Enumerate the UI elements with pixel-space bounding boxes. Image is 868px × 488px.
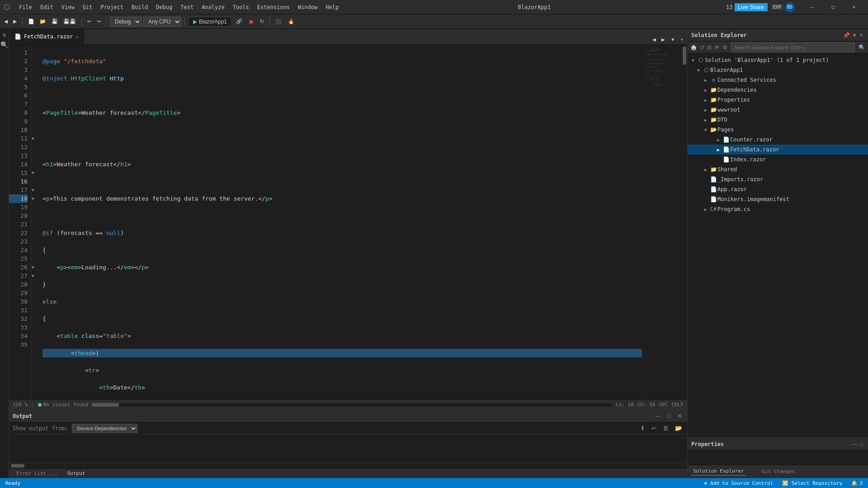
attach-button[interactable]: 🔗 [234, 17, 245, 27]
tab-close-button[interactable]: ✕ [75, 34, 78, 39]
tree-item-dto[interactable]: ▶ 📁 DTO [688, 115, 868, 125]
menu-debug[interactable]: Debug [152, 2, 176, 12]
zoom-level[interactable]: 110 % [13, 402, 28, 408]
forward-button[interactable]: ▶ [11, 17, 19, 27]
menu-analyze[interactable]: Analyze [198, 2, 228, 12]
encoding-indicator[interactable]: SPC [659, 402, 668, 408]
menu-edit[interactable]: Edit [37, 2, 57, 12]
stop-button[interactable]: ⏹ [246, 17, 256, 27]
open-file-button[interactable]: 📂 [38, 17, 48, 27]
se-filter-button[interactable]: ⚙ [722, 44, 728, 51]
se-pin-button[interactable]: 📌 [842, 32, 851, 38]
restart-button[interactable]: ↻ [258, 17, 266, 27]
menu-project[interactable]: Project [97, 2, 127, 12]
save-button[interactable]: 💾 [49, 17, 60, 27]
props-minimize-button[interactable]: — [851, 441, 859, 447]
tree-item-dependencies[interactable]: ▶ 📁 Dependencies [688, 85, 868, 95]
tree-item-pages[interactable]: ▼ 📂 Pages [688, 125, 868, 135]
tree-item-manifest[interactable]: ▶ 📄 Monikers.imagemanifest [688, 194, 868, 204]
tree-item-program[interactable]: ▶ C# Program.cs [688, 204, 868, 214]
project-icon: ⬡ [702, 67, 710, 73]
eol-indicator[interactable]: CRLF [672, 402, 684, 408]
se-close-button[interactable]: ✕ [858, 32, 864, 38]
output-scroll-lock[interactable]: ⬇ [639, 425, 646, 432]
menu-view[interactable]: View [58, 2, 78, 12]
menu-window[interactable]: Window [294, 2, 321, 12]
output-hscroll[interactable] [9, 463, 687, 468]
output-minimize-button[interactable]: — [654, 413, 662, 419]
project-arrow: ▼ [695, 68, 702, 73]
notification-button[interactable]: 🔔3 [849, 480, 864, 486]
maximize-button[interactable]: □ [823, 0, 844, 14]
activity-search[interactable]: 🔍 [0, 41, 9, 49]
output-panel: Output — □ ✕ Show output from: Service D… [9, 409, 687, 468]
output-source-dropdown[interactable]: Service Dependencies [72, 424, 137, 433]
save-all-button[interactable]: 💾💾 [61, 17, 78, 27]
tree-item-wwwroot[interactable]: ▶ 📁 wwwroot [688, 105, 868, 115]
menu-extensions[interactable]: Extensions [254, 2, 293, 12]
menu-tools[interactable]: Tools [229, 2, 253, 12]
properties-folder-icon: 📁 [709, 97, 717, 103]
tree-item-solution[interactable]: ▼ ⬡ Solution 'BlazorApp1' (1 of 1 projec… [688, 55, 868, 65]
fetchdata-arrow: ▶ [715, 147, 722, 152]
se-tree-content: ▼ ⬡ Solution 'BlazorApp1' (1 of 1 projec… [688, 53, 868, 437]
output-restore-button[interactable]: □ [666, 413, 672, 419]
se-search-button[interactable]: 🔍 [858, 44, 866, 51]
select-repository-button[interactable]: 🔀 Select Repository [780, 480, 844, 486]
tree-item-fetchdata[interactable]: ▶ 📄 FetchData.razor [688, 145, 868, 155]
se-tab-git-changes[interactable]: Git Changes [760, 468, 797, 475]
output-word-wrap[interactable]: ↩ [650, 425, 658, 432]
run-button[interactable]: ▶ BlazorApp1 [188, 17, 232, 27]
tree-item-imports[interactable]: ▶ 📄 _Imports.razor [688, 174, 868, 184]
output-open-file[interactable]: 📂 [674, 425, 684, 432]
close-button[interactable]: ✕ [844, 0, 864, 14]
tree-item-app[interactable]: ▶ 📄 App.razor [688, 184, 868, 194]
platform-dropdown[interactable]: Any CPU [143, 17, 181, 27]
config-dropdown[interactable]: Debug [110, 17, 142, 27]
code-content[interactable]: @page "/fetchdata" @inject HttpClient Ht… [39, 45, 646, 399]
se-sync-button[interactable]: ↺ [699, 44, 705, 51]
tree-item-shared[interactable]: ▶ 📁 Shared [688, 164, 868, 174]
minimize-button[interactable]: — [802, 0, 823, 14]
redo-button[interactable]: ↪ [94, 17, 103, 27]
add-scroll-button[interactable]: + [678, 34, 685, 44]
menu-build[interactable]: Build [128, 2, 151, 12]
tab-scroll-left[interactable]: ◀ [650, 34, 658, 44]
output-close-button[interactable]: ✕ [676, 413, 684, 419]
tree-item-properties[interactable]: ▶ 📁 Properties [688, 95, 868, 105]
tree-item-index[interactable]: ▶ 📄 Index.razor [688, 155, 868, 164]
menu-test[interactable]: Test [177, 2, 197, 12]
hotreload-button[interactable]: 🔥 [286, 17, 297, 27]
manifest-arrow: ▶ [702, 197, 709, 202]
menu-file[interactable]: File [15, 2, 36, 12]
se-collapse-all-button[interactable]: ⊟ [706, 44, 712, 51]
live-share-button[interactable]: Live Share [735, 3, 768, 11]
new-file-button[interactable]: 📄 [26, 17, 37, 27]
activity-solution-explorer[interactable]: ≡ [0, 31, 9, 39]
se-home-button[interactable]: 🏠 [689, 44, 698, 51]
tree-item-project[interactable]: ▼ ⬡ BlazorApp1 [688, 65, 868, 75]
tree-item-connected-services[interactable]: ▶ ⚙ Connected Services [688, 75, 868, 85]
user-avatar[interactable]: BD [785, 2, 795, 12]
add-source-control-button[interactable]: ⊕ Add to Source Control [703, 480, 775, 486]
menu-help[interactable]: Help [322, 2, 342, 12]
editor-tab-fetchdata[interactable]: 📄 FetchData.razor ✕ [9, 29, 84, 44]
tab-scroll-right[interactable]: ▶ [659, 34, 667, 44]
undo-button[interactable]: ↩ [85, 17, 94, 27]
error-list-tab[interactable]: Error List ... [13, 469, 62, 477]
menu-git[interactable]: Git [79, 2, 96, 12]
breakpoints-button[interactable]: ⬛ [273, 17, 284, 27]
tree-item-counter[interactable]: ▶ 📄 Counter.razor [688, 135, 868, 145]
se-more-button[interactable]: ▼ [851, 32, 858, 38]
output-clear[interactable]: 🗑 [661, 425, 670, 432]
vertical-scrollbar[interactable] [682, 45, 687, 399]
output-tab[interactable]: Output [64, 469, 89, 477]
no-issues[interactable]: No issues found [38, 402, 88, 408]
se-preview-button[interactable]: 👁 [713, 44, 721, 51]
props-expand-button[interactable]: □ [859, 441, 864, 447]
horizontal-scrollbar[interactable] [92, 403, 612, 407]
back-button[interactable]: ◀ [2, 17, 10, 27]
se-tab-solution-explorer[interactable]: Solution Explorer [691, 467, 746, 476]
se-search-input[interactable] [731, 42, 855, 52]
tab-expand-button[interactable]: ▼ [668, 34, 677, 44]
